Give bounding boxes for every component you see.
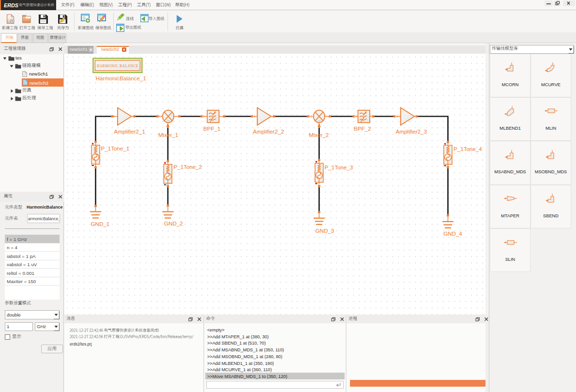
svg-text:GND_2: GND_2 <box>164 220 183 226</box>
svg-text:P_1Tone_3: P_1Tone_3 <box>325 164 353 170</box>
svg-text:L O: L O <box>318 120 320 122</box>
svg-text:Amplifier2_2: Amplifier2_2 <box>253 128 284 135</box>
svg-text:L O: L O <box>167 120 170 122</box>
svg-text:HARMONIC BALANCE: HARMONIC BALANCE <box>97 64 138 68</box>
svg-text:Mixer_2: Mixer_2 <box>309 132 329 138</box>
svg-text:Mixer_1: Mixer_1 <box>158 132 178 138</box>
svg-text:BPF_2: BPF_2 <box>354 125 371 132</box>
svg-text:HarmonicBalance_1: HarmonicBalance_1 <box>96 75 146 81</box>
svg-text:P_1Tone_2: P_1Tone_2 <box>174 164 202 170</box>
svg-text:GND_3: GND_3 <box>316 227 334 234</box>
svg-text:P_1Tone_1: P_1Tone_1 <box>101 145 130 151</box>
svg-text:GND_4: GND_4 <box>443 230 462 237</box>
svg-text:Amplifier2_1: Amplifier2_1 <box>114 128 145 135</box>
svg-text:Amplifier2_3: Amplifier2_3 <box>396 128 427 135</box>
svg-text:GND_1: GND_1 <box>91 221 110 227</box>
svg-text:P_1Tone_4: P_1Tone_4 <box>454 146 482 152</box>
svg-text:BPF_1: BPF_1 <box>203 125 220 132</box>
